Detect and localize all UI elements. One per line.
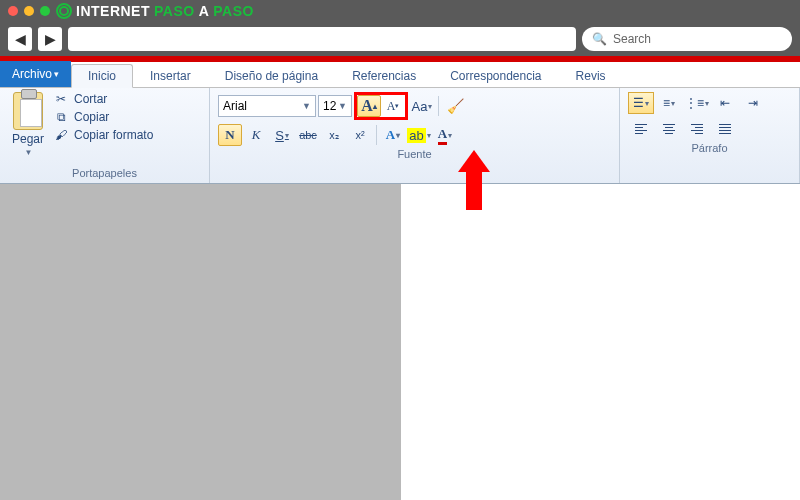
- search-input[interactable]: 🔍 Search: [582, 27, 792, 51]
- url-input[interactable]: [68, 27, 576, 51]
- forward-button[interactable]: ▶: [38, 27, 62, 51]
- font-color-button[interactable]: A▾: [433, 124, 457, 146]
- brand-text-4: PASO: [213, 3, 254, 19]
- italic-button[interactable]: K: [244, 124, 268, 146]
- font-name-combo[interactable]: Arial ▼: [218, 95, 316, 117]
- chevron-down-icon: ▼: [302, 101, 311, 111]
- browser-nav-bar: ◀ ▶ 🔍 Search: [0, 22, 800, 56]
- window-controls: [8, 6, 50, 16]
- separator: [376, 125, 377, 145]
- underline-button[interactable]: S▾: [270, 124, 294, 146]
- numbering-icon: ≡: [663, 96, 670, 110]
- clear-formatting-button[interactable]: 🧹: [443, 95, 467, 117]
- separator: [438, 96, 439, 116]
- numbering-button[interactable]: ≡▾: [656, 92, 682, 114]
- chevron-down-icon: ▼: [338, 101, 347, 111]
- tab-insertar[interactable]: Insertar: [133, 63, 208, 87]
- format-painter-label: Copiar formato: [74, 128, 153, 142]
- format-painter-button[interactable]: 🖌 Copiar formato: [54, 128, 153, 142]
- shrink-font-button[interactable]: A▾: [381, 95, 405, 117]
- multilevel-list-button[interactable]: ⋮≡▾: [684, 92, 710, 114]
- ribbon: Pegar ▼ ✂ Cortar ⧉ Copiar 🖌 Copiar forma…: [0, 88, 800, 184]
- tab-revisar[interactable]: Revis: [559, 63, 623, 87]
- clipboard-group-label: Portapapeles: [8, 165, 201, 181]
- minimize-window-icon[interactable]: [24, 6, 34, 16]
- superscript-button[interactable]: x²: [348, 124, 372, 146]
- brand-text-3: A: [199, 3, 210, 19]
- tab-inicio[interactable]: Inicio: [71, 64, 133, 88]
- tab-referencias[interactable]: Referencias: [335, 63, 433, 87]
- strikethrough-button[interactable]: abc: [296, 124, 320, 146]
- maximize-window-icon[interactable]: [40, 6, 50, 16]
- copy-label: Copiar: [74, 110, 109, 124]
- font-size-combo[interactable]: 12 ▼: [318, 95, 352, 117]
- font-size-value: 12: [323, 99, 336, 113]
- close-window-icon[interactable]: [8, 6, 18, 16]
- tab-file[interactable]: Archivo: [0, 61, 71, 87]
- tab-diseno[interactable]: Diseño de página: [208, 63, 335, 87]
- brand-text-1: INTERNET: [76, 3, 150, 19]
- cut-button[interactable]: ✂ Cortar: [54, 92, 153, 106]
- align-left-icon: [635, 124, 647, 134]
- brand-logo-icon: [56, 3, 72, 19]
- copy-button[interactable]: ⧉ Copiar: [54, 110, 153, 124]
- scissors-icon: ✂: [54, 92, 68, 106]
- brush-icon: 🖌: [54, 128, 68, 142]
- indent-icon: ⇥: [748, 96, 758, 110]
- paste-button[interactable]: Pegar ▼: [8, 92, 48, 157]
- align-right-button[interactable]: [684, 118, 710, 140]
- change-case-button[interactable]: Aa▾: [410, 95, 434, 117]
- eraser-icon: 🧹: [447, 98, 464, 114]
- back-button[interactable]: ◀: [8, 27, 32, 51]
- paste-icon: [13, 92, 43, 130]
- decrease-indent-button[interactable]: ⇤: [712, 92, 738, 114]
- brand-text-2: PASO: [154, 3, 195, 19]
- document-gray-margin: [0, 184, 400, 500]
- paragraph-group-label: Párrafo: [628, 140, 791, 156]
- font-name-value: Arial: [223, 99, 247, 113]
- align-right-icon: [691, 124, 703, 134]
- group-font: Arial ▼ 12 ▼ A▴ A▾: [210, 88, 620, 183]
- outdent-icon: ⇤: [720, 96, 730, 110]
- text-effects-button[interactable]: A▾: [381, 124, 405, 146]
- multilevel-icon: ⋮≡: [685, 96, 704, 110]
- align-center-button[interactable]: [656, 118, 682, 140]
- paste-label: Pegar: [12, 132, 44, 146]
- align-left-button[interactable]: [628, 118, 654, 140]
- group-paragraph: ☰▾ ≡▾ ⋮≡▾ ⇤ ⇥: [620, 88, 800, 183]
- font-group-label: Fuente: [218, 146, 611, 162]
- search-icon: 🔍: [592, 32, 607, 46]
- tab-correspondencia[interactable]: Correspondencia: [433, 63, 558, 87]
- bullets-icon: ☰: [633, 96, 644, 110]
- font-size-buttons-highlight: A▴ A▾: [354, 92, 408, 120]
- copy-icon: ⧉: [54, 110, 68, 124]
- document-area: [0, 184, 800, 500]
- group-clipboard: Pegar ▼ ✂ Cortar ⧉ Copiar 🖌 Copiar forma…: [0, 88, 210, 183]
- grow-font-button[interactable]: A▴: [357, 95, 381, 117]
- bold-button[interactable]: N: [218, 124, 242, 146]
- increase-indent-button[interactable]: ⇥: [740, 92, 766, 114]
- highlight-button[interactable]: ab▾: [407, 124, 431, 146]
- search-placeholder: Search: [613, 32, 651, 46]
- browser-title-bar: INTERNETPASOAPASO: [0, 0, 800, 22]
- align-center-icon: [663, 124, 675, 134]
- cut-label: Cortar: [74, 92, 107, 106]
- justify-icon: [719, 124, 731, 134]
- site-brand: INTERNETPASOAPASO: [56, 3, 254, 19]
- paste-dropdown-icon[interactable]: ▼: [25, 148, 33, 157]
- ribbon-tab-strip: Archivo Inicio Insertar Diseño de página…: [0, 62, 800, 88]
- bullets-button[interactable]: ☰▾: [628, 92, 654, 114]
- justify-button[interactable]: [712, 118, 738, 140]
- document-page[interactable]: [400, 184, 800, 500]
- subscript-button[interactable]: x₂: [322, 124, 346, 146]
